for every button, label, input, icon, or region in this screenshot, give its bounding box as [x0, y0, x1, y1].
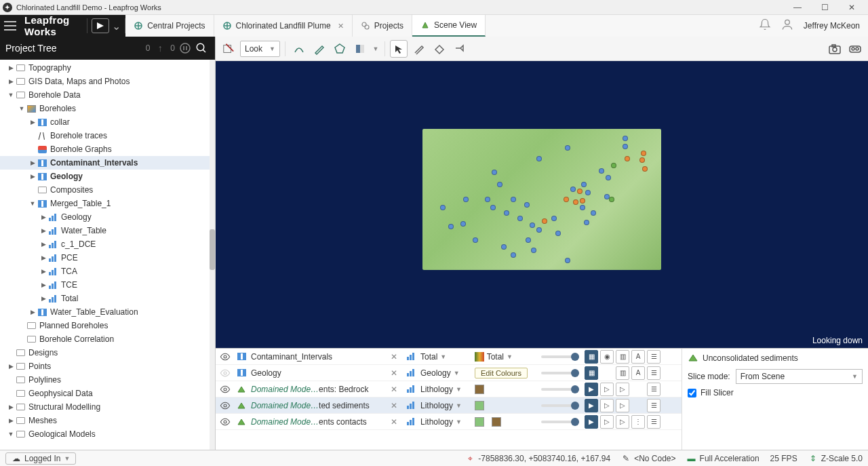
layer-play2-button[interactable]: ▷: [600, 415, 614, 429]
borehole-point[interactable]: [526, 237, 531, 243]
borehole-point[interactable]: [564, 197, 569, 202]
project-tree[interactable]: ▶Topography▶GIS Data, Maps and Photos▼Bo…: [0, 60, 215, 450]
expand-arrow-icon[interactable]: ▶: [39, 241, 47, 248]
borehole-point[interactable]: [639, 157, 645, 163]
borehole-point[interactable]: [609, 197, 614, 202]
minimize-button[interactable]: —: [784, 0, 811, 15]
slider-thumb[interactable]: [571, 353, 579, 361]
expand-arrow-icon[interactable]: ▶: [28, 159, 37, 166]
layer-row[interactable]: Contaminant_Intervals ✕ Total▼ Total▼ ▦◉…: [216, 349, 682, 365]
layer-opt-button[interactable]: ⋮: [631, 415, 645, 429]
layer-play3-button[interactable]: ▷: [616, 415, 629, 429]
expand-arrow-icon[interactable]: ▶: [39, 295, 47, 302]
opacity-slider[interactable]: [541, 372, 579, 374]
borehole-point[interactable]: [517, 216, 523, 221]
fill-slicer-checkbox[interactable]: [688, 389, 696, 397]
layer-play-button[interactable]: ▶: [585, 399, 598, 412]
zscale-readout[interactable]: ⇕ Z-Scale 5.0: [808, 454, 863, 463]
remove-layer-icon[interactable]: ✕: [391, 401, 401, 410]
user-icon[interactable]: [781, 18, 794, 34]
remove-layer-icon[interactable]: ✕: [391, 368, 401, 378]
opacity-slider[interactable]: [541, 404, 579, 407]
borehole-point[interactable]: [581, 182, 587, 187]
select-cursor-icon[interactable]: [390, 40, 408, 58]
expand-arrow-icon[interactable]: ▶: [7, 404, 15, 410]
tab-chlorinated-landfill-plume[interactable]: Chlorinated Landfill Plume✕: [214, 15, 353, 37]
borehole-point[interactable]: [485, 197, 490, 202]
hamburger-menu[interactable]: [0, 15, 20, 37]
camera-icon[interactable]: [826, 40, 844, 58]
visibility-toggle-icon[interactable]: [218, 417, 232, 427]
color-gradient-icon[interactable]: [475, 352, 484, 362]
layer-play3-button[interactable]: ▷: [616, 399, 629, 412]
opacity-slider[interactable]: [541, 421, 579, 423]
borehole-point[interactable]: [440, 205, 446, 210]
borehole-point[interactable]: [580, 198, 585, 203]
layer-A-button[interactable]: A: [631, 366, 645, 380]
tree-item[interactable]: ▶Geology: [0, 170, 215, 183]
borehole-point[interactable]: [599, 168, 604, 174]
search-icon[interactable]: [193, 40, 210, 56]
attribute-dropdown[interactable]: Lithology▼: [420, 401, 471, 410]
expand-arrow-icon[interactable]: ▶: [39, 254, 47, 261]
terrain-surface[interactable]: [422, 129, 661, 270]
layer-list-button[interactable]: ☰: [647, 383, 660, 396]
borehole-point[interactable]: [641, 151, 646, 156]
tree-item[interactable]: Borehole Graphs: [0, 142, 215, 156]
borehole-point[interactable]: [536, 227, 542, 233]
tree-item[interactable]: Polylines: [0, 373, 215, 387]
expand-arrow-icon[interactable]: ▼: [7, 92, 15, 98]
login-status[interactable]: ☁ Logged In ▼: [5, 452, 76, 465]
borehole-point[interactable]: [585, 190, 591, 195]
layer-row[interactable]: Domained Mode…ted sediments ✕ Lithology▼…: [216, 397, 682, 414]
plane-icon[interactable]: [431, 40, 448, 58]
borehole-point[interactable]: [606, 175, 611, 180]
opacity-slider[interactable]: [541, 388, 579, 391]
attribute-dropdown[interactable]: Lithology▼: [420, 385, 471, 394]
layer-bar-button[interactable]: ▥: [616, 350, 629, 364]
remove-layer-icon[interactable]: ✕: [391, 417, 401, 427]
expand-arrow-icon[interactable]: ▶: [28, 173, 37, 180]
play-button[interactable]: [92, 18, 109, 33]
borehole-point[interactable]: [536, 156, 542, 161]
borehole-point[interactable]: [463, 197, 469, 202]
borehole-point[interactable]: [501, 244, 507, 250]
tree-item[interactable]: Borehole traces: [0, 129, 215, 142]
layer-play-button[interactable]: ▶: [585, 383, 598, 396]
layer-play2-button[interactable]: ▷: [600, 399, 614, 412]
borehole-point[interactable]: [565, 258, 570, 263]
expand-arrow-icon[interactable]: ▶: [7, 363, 15, 370]
tree-item[interactable]: Composites: [0, 183, 215, 197]
layer-bar-button[interactable]: ▥: [616, 366, 629, 380]
clear-scene-icon[interactable]: [220, 40, 237, 58]
borehole-point[interactable]: [623, 144, 628, 149]
borehole-point[interactable]: [490, 205, 496, 210]
layer-list-button[interactable]: ☰: [647, 350, 660, 364]
borehole-point[interactable]: [625, 156, 630, 161]
tree-item[interactable]: ▶collar: [0, 115, 215, 129]
scrollbar-thumb[interactable]: [210, 229, 215, 270]
tree-item[interactable]: ▼Borehole Data: [0, 88, 215, 102]
tree-item[interactable]: ▶Total: [0, 292, 215, 305]
borehole-point[interactable]: [551, 216, 557, 221]
color-dropdown[interactable]: Total▼: [487, 352, 536, 362]
borehole-point[interactable]: [577, 189, 583, 194]
expand-arrow-icon[interactable]: ▶: [7, 78, 15, 85]
tree-item[interactable]: ▶TCA: [0, 265, 215, 278]
draw-pen-icon[interactable]: [311, 40, 328, 58]
layer-row[interactable]: Domained Mode…ents contacts ✕ Lithology▼…: [216, 414, 682, 430]
layer-list-button[interactable]: ☰: [647, 399, 660, 412]
borehole-point[interactable]: [460, 221, 466, 227]
borehole-point[interactable]: [504, 210, 509, 216]
tree-item[interactable]: ▶Points: [0, 360, 215, 373]
vr-icon[interactable]: [846, 40, 864, 58]
ruler-icon[interactable]: [410, 40, 428, 58]
tree-item[interactable]: Geophysical Data: [0, 387, 215, 400]
scene-viewport[interactable]: Looking down: [216, 61, 868, 348]
borehole-point[interactable]: [623, 136, 628, 141]
layer-obj-button[interactable]: ▦: [585, 366, 598, 380]
expand-arrow-icon[interactable]: ▶: [28, 309, 37, 315]
slider-thumb[interactable]: [571, 369, 579, 377]
slider-thumb[interactable]: [571, 418, 579, 426]
tree-item[interactable]: ▶GIS Data, Maps and Photos: [0, 75, 215, 88]
